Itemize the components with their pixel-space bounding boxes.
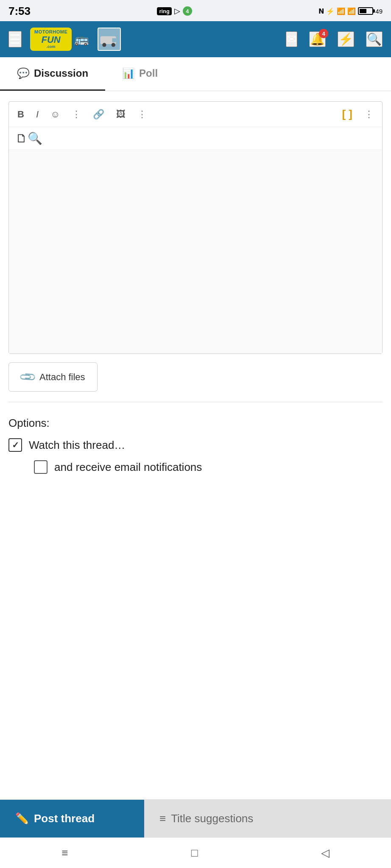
- editor-toolbar: B I ☺ ⋮ 🔗 🖼 ⋮ [ ] ⋮: [9, 102, 382, 127]
- tabs-bar: 💬 Discussion 📊 Poll: [0, 57, 391, 91]
- email-notifications-checkbox[interactable]: [34, 460, 47, 474]
- image-button[interactable]: 🖼: [115, 107, 127, 122]
- options-label: Options:: [8, 417, 383, 430]
- emoji-button[interactable]: ☺: [49, 107, 61, 122]
- bold-button[interactable]: B: [16, 107, 26, 122]
- watch-thread-checkbox[interactable]: [8, 438, 22, 452]
- logo-fun-text: FUN: [42, 35, 61, 45]
- status-right-icons: 𝗡 ⚡ 📶 📶 49: [318, 7, 383, 15]
- n-icon: 𝗡: [318, 7, 324, 15]
- main-content: B I ☺ ⋮ 🔗 🖼 ⋮ [ ] ⋮ 🗋🔍 📎 Attach files Op…: [0, 91, 391, 799]
- more-options-2-button[interactable]: ⋮: [136, 107, 148, 122]
- android-home-button[interactable]: □: [183, 842, 207, 864]
- options-section: Options: Watch this thread… and receive …: [8, 412, 383, 487]
- paperclip-icon: 📎: [18, 367, 37, 387]
- svg-rect-2: [112, 38, 116, 42]
- email-notifications-option[interactable]: and receive email notifications: [34, 460, 383, 474]
- nav-thumbnail-image[interactable]: [98, 28, 121, 51]
- svg-point-4: [112, 43, 115, 47]
- watch-thread-option[interactable]: Watch this thread…: [8, 438, 383, 452]
- android-menu-button[interactable]: ≡: [53, 842, 76, 864]
- italic-button[interactable]: I: [34, 107, 40, 122]
- divider: [8, 402, 383, 402]
- status-icons: ring ▷ 4: [157, 6, 192, 16]
- logo-badge: MOTORHOME FUN .com: [30, 28, 72, 50]
- more-options-1-button[interactable]: ⋮: [70, 107, 83, 122]
- nav-icon-group: ✉ 🔔 4 ⚡ 🔍: [286, 31, 383, 47]
- notification-bell-button[interactable]: 🔔 4: [309, 31, 326, 47]
- title-suggestions-button[interactable]: ≡ Title suggestions: [144, 800, 391, 837]
- editor-container: B I ☺ ⋮ 🔗 🖼 ⋮ [ ] ⋮ 🗋🔍: [8, 101, 383, 354]
- more-options-3-button[interactable]: ⋮: [363, 107, 375, 122]
- ring-icon: ring: [157, 7, 172, 15]
- poll-tab-label: Poll: [139, 67, 158, 79]
- logo-motorhome-text: MOTORHOME: [34, 29, 67, 34]
- hamburger-menu-button[interactable]: ☰: [8, 31, 22, 47]
- link-button[interactable]: 🔗: [91, 107, 106, 122]
- screen-cast-icon: ▷: [174, 6, 180, 16]
- search-button[interactable]: 🔍: [366, 31, 383, 47]
- editor-second-row: 🗋🔍: [9, 127, 382, 150]
- title-suggestions-label: Title suggestions: [171, 812, 253, 825]
- action-bar: ✏️ Post thread ≡ Title suggestions: [0, 799, 391, 837]
- attach-files-button[interactable]: 📎 Attach files: [8, 362, 98, 392]
- bracket-button[interactable]: [ ]: [340, 106, 354, 122]
- discussion-tab-label: Discussion: [34, 67, 88, 79]
- tab-discussion[interactable]: 💬 Discussion: [0, 57, 105, 91]
- battery-icon: [358, 7, 373, 15]
- email-notifications-label: and receive email notifications: [54, 461, 202, 474]
- top-nav: ☰ MOTORHOME FUN .com 🚌 ✉ 🔔 4 ⚡ 🔍: [0, 21, 391, 57]
- status-bar: 7:53 ring ▷ 4 𝗡 ⚡ 📶 📶 49: [0, 0, 391, 21]
- mail-button[interactable]: ✉: [286, 31, 297, 47]
- post-thread-button[interactable]: ✏️ Post thread: [0, 800, 144, 837]
- file-search-icon[interactable]: 🗋🔍: [16, 132, 42, 145]
- watch-thread-label: Watch this thread…: [29, 439, 125, 452]
- list-icon: ≡: [159, 812, 166, 825]
- editor-body[interactable]: [9, 150, 382, 353]
- android-nav-bar: ≡ □ ◁: [0, 837, 391, 868]
- site-logo[interactable]: MOTORHOME FUN .com 🚌: [30, 28, 89, 50]
- rv-icon: 🚌: [74, 32, 89, 46]
- post-thread-icon: ✏️: [15, 812, 29, 825]
- lightning-button[interactable]: ⚡: [338, 31, 354, 47]
- post-thread-label: Post thread: [34, 812, 95, 825]
- app-badge-4: 4: [183, 6, 192, 16]
- bluetooth-icon: ⚡: [326, 7, 335, 15]
- logo-com-text: .com: [47, 45, 56, 49]
- svg-point-3: [103, 43, 106, 47]
- tab-poll[interactable]: 📊 Poll: [105, 57, 175, 91]
- battery-percent: 49: [375, 8, 383, 15]
- attach-files-label: Attach files: [39, 372, 85, 383]
- notification-badge: 4: [319, 29, 328, 38]
- android-back-button[interactable]: ◁: [313, 842, 338, 864]
- signal-icon: 📶: [347, 7, 356, 15]
- status-time: 7:53: [8, 5, 31, 18]
- discussion-icon: 💬: [17, 67, 30, 79]
- wifi-icon: 📶: [337, 7, 345, 15]
- poll-icon: 📊: [122, 67, 135, 79]
